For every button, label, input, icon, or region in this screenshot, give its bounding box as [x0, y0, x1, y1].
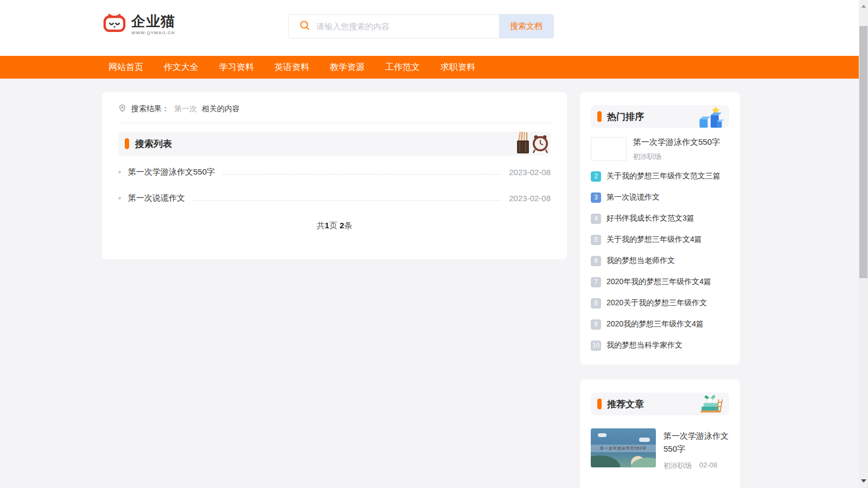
- site-header: 企业猫 WWW.QYMAO.CN 搜索文档: [0, 0, 859, 56]
- rank-badge: 4: [591, 214, 601, 224]
- bar-chart-star-icon: [697, 105, 725, 129]
- page-count: 1: [325, 221, 329, 230]
- cat-face-icon: [102, 12, 127, 36]
- list-item[interactable]: 6 我的梦想当老师作文: [591, 251, 729, 272]
- rank-badge: 3: [591, 192, 601, 203]
- list-item[interactable]: 10 我的梦想当科学家作文: [591, 335, 729, 356]
- main-nav: 网站首页 作文大全 学习资料 英语资料 教学资源 工作范文 求职资料: [0, 56, 859, 79]
- nav-item-job-seeking[interactable]: 求职资料: [441, 62, 475, 73]
- thumbnail-caption: 第一次学游泳作文550字: [591, 445, 656, 452]
- rank-badge: 9: [591, 319, 601, 330]
- search-result-list: 第一次学游泳作文550字 2023-02-08 第一次说谎作文 2023-02-…: [118, 159, 551, 211]
- hot-featured-title[interactable]: 第一次学游泳作文550字: [633, 137, 720, 147]
- nav-item-english[interactable]: 英语资料: [275, 62, 309, 73]
- result-keyword: 第一次: [174, 104, 197, 114]
- page: 企业猫 WWW.QYMAO.CN 搜索文档 网站首页 作文大全 学习资料 英语资…: [0, 0, 868, 488]
- search-list-title: 搜索列表: [135, 138, 172, 150]
- nav-item-study[interactable]: 学习资料: [219, 62, 254, 73]
- hot-featured-item[interactable]: 第一次学游泳作文550字 初涉职场: [591, 137, 729, 162]
- list-item[interactable]: 4 好书伴我成长作文范文3篇: [591, 208, 729, 229]
- cloud-shape: [639, 438, 650, 442]
- dotted-leader: [223, 174, 501, 175]
- recommend-title: 推荐文章: [607, 398, 644, 410]
- recommend-article-item[interactable]: 第一次学游泳作文550字 第一次学游泳作文 550字 初涉职场 02-08: [591, 428, 729, 471]
- search-bar: 搜索文档: [288, 14, 554, 38]
- recommend-header: 推荐文章: [591, 393, 729, 415]
- search-input[interactable]: [316, 22, 499, 31]
- scroll-down-button[interactable]: [859, 476, 868, 485]
- rank-badge: 5: [591, 235, 601, 245]
- hot-featured-thumbnail: [591, 137, 627, 161]
- triangle-up-icon: [861, 5, 866, 8]
- result-item-date: 2023-02-08: [509, 194, 551, 203]
- hot-featured-category: 初涉职场: [633, 152, 720, 162]
- bullet-icon: [118, 171, 121, 174]
- section-marker: [125, 138, 129, 149]
- vertical-scrollbar[interactable]: [859, 0, 868, 488]
- result-suffix: 相关的内容: [202, 104, 240, 114]
- nav-item-essays[interactable]: 作文大全: [164, 62, 199, 73]
- list-item[interactable]: 第一次说谎作文 2023-02-08: [118, 185, 551, 211]
- pencils-and-clock-icon: [512, 132, 551, 156]
- rank-badge: 7: [591, 277, 601, 287]
- list-item[interactable]: 8 2020关于我的梦想三年级作文: [591, 293, 729, 314]
- search-icon: [299, 20, 310, 33]
- list-item[interactable]: 第一次学游泳作文550字 2023-02-08: [118, 159, 551, 185]
- section-marker: [597, 111, 602, 122]
- search-docs-button[interactable]: 搜索文档: [499, 15, 553, 38]
- triangle-down-icon: [861, 479, 866, 483]
- location-pin-icon: [118, 104, 126, 114]
- scroll-up-button[interactable]: [859, 2, 868, 11]
- cloud-shape: [598, 433, 607, 437]
- recommend-article-title[interactable]: 第一次学游泳作文 550字: [663, 429, 729, 455]
- dotted-leader: [193, 200, 501, 201]
- result-item-title[interactable]: 第一次说谎作文: [128, 193, 185, 203]
- bullet-icon: [118, 197, 121, 200]
- nav-item-work-docs[interactable]: 工作范文: [385, 62, 420, 73]
- search-list-header: 搜索列表: [118, 132, 551, 156]
- hill-shape: [591, 455, 620, 467]
- list-item[interactable]: 3 第一次说谎作文: [591, 187, 729, 208]
- hot-ranking-card: 热门排序 第一次学游泳作文550字 初涉职场 2 关于我的梦想三年级作文范文三篇: [580, 92, 740, 364]
- section-marker: [597, 399, 602, 409]
- nav-item-teaching[interactable]: 教学资源: [330, 62, 365, 73]
- recommend-article-category: 初涉职场: [663, 461, 692, 471]
- pagination-summary: 共1页 2条: [102, 221, 567, 231]
- site-logo[interactable]: 企业猫 WWW.QYMAO.CN: [102, 12, 175, 36]
- scrollbar-thumb[interactable]: [859, 26, 867, 278]
- rank-badge: 6: [591, 256, 601, 266]
- nav-item-home[interactable]: 网站首页: [108, 62, 143, 73]
- result-label: 搜索结果：: [131, 104, 169, 114]
- hot-ranking-list: 2 关于我的梦想三年级作文范文三篇 3 第一次说谎作文 4 好书伴我成长作文范文…: [591, 166, 729, 356]
- search-result-summary: 搜索结果：第一次相关的内容: [118, 92, 551, 123]
- list-item[interactable]: 7 2020年我的梦想三年级作文4篇: [591, 272, 729, 293]
- list-item[interactable]: 5 关于我的梦想三年级作文4篇: [591, 229, 729, 251]
- list-item[interactable]: 2 关于我的梦想三年级作文范文三篇: [591, 166, 729, 187]
- hot-ranking-title: 热门排序: [607, 111, 644, 123]
- recommend-article-thumbnail[interactable]: 第一次学游泳作文550字: [591, 428, 656, 467]
- brand-name: 企业猫: [131, 14, 175, 28]
- plant-books-icon: [697, 393, 725, 415]
- recommend-article-date: 02-08: [699, 461, 717, 471]
- hot-ranking-header: 热门排序: [591, 105, 729, 128]
- rank-badge: 2: [591, 171, 601, 182]
- result-item-date: 2023-02-08: [509, 168, 551, 177]
- brand-domain: WWW.QYMAO.CN: [131, 30, 175, 35]
- search-results-card: 搜索结果：第一次相关的内容 搜索列表: [102, 92, 567, 259]
- recommend-card: 推荐文章 第一次学游泳作文550字: [580, 380, 740, 488]
- rank-badge: 10: [591, 341, 601, 351]
- result-item-title[interactable]: 第一次学游泳作文550字: [128, 167, 215, 177]
- list-item[interactable]: 9 2020我的梦想三年级作文4篇: [591, 314, 729, 335]
- rank-badge: 8: [591, 298, 601, 309]
